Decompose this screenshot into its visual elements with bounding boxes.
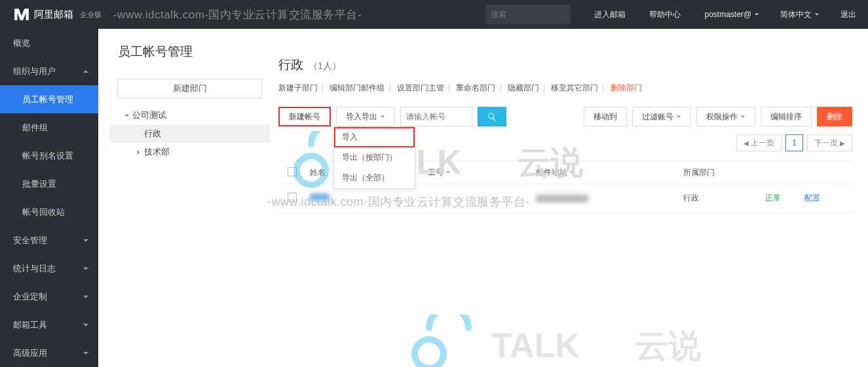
edit-sort-button[interactable]: 编辑排序 [761,107,812,126]
sidebar-item-account-management[interactable]: 员工帐号管理 [0,85,98,113]
top-header: 阿里邮箱 企业版 -www.idctalk.com-国内专业云计算交流服务平台-… [0,0,868,29]
sidebar-item-overview[interactable]: 概览 [0,29,98,57]
redacted-mail [536,195,588,203]
next-page-button[interactable]: 下一页▶ [807,134,852,151]
sidebar-item-mail-group[interactable]: 邮件组 [0,113,98,142]
page-number-button[interactable]: 1 [785,134,803,151]
new-department-button[interactable]: 新建部门 [117,79,262,98]
action-delete-department[interactable]: 删除部门 [611,83,642,92]
action-new-sub[interactable]: 新建子部门 [278,83,318,92]
row-checkbox-cell [278,193,306,204]
sidebar-item-batch[interactable]: 批量设置 [0,170,98,198]
department-count: （1人） [309,60,341,72]
header-mail-label: 邮件地址 [536,167,567,178]
sidebar-item-org[interactable]: 组织与用户 [0,57,98,85]
row-mail [532,195,679,203]
search-icon [487,112,497,121]
row-status: 正常 [761,193,801,204]
logo-text: 阿里邮箱 [34,9,73,21]
tree-node-tech[interactable]: 技术部 [109,143,270,161]
sort-icon [569,170,575,175]
menu-item-export-dept[interactable]: 导出（按部门） [334,147,415,168]
sort-icon [445,170,451,175]
logo-area: 阿里邮箱 企业版 [0,6,108,23]
action-hide[interactable]: 隐藏部门 [508,83,539,92]
department-name: 行政 [278,56,303,73]
sidebar-item-custom[interactable]: 企业定制 [0,282,98,311]
tree-node-admin[interactable]: 行政 [109,125,270,143]
chevron-down-icon [83,350,89,357]
select-all-checkbox[interactable] [288,167,297,176]
import-export-menu: 导入 导出（按部门） 导出（全部） [333,126,415,189]
row-name [306,193,424,203]
next-label: 下一页 [814,138,838,149]
row-configure-link[interactable]: 配置 [801,193,833,204]
chevron-down-icon [83,294,89,300]
sidebar-item-tools[interactable]: 邮箱工具 [0,311,98,339]
new-account-button[interactable]: 新建帐号 [278,107,331,126]
user-email-label: postmaster@ [704,10,751,19]
triangle-right-icon [136,149,142,155]
menu-item-import[interactable]: 导入 [334,127,415,147]
import-export-button[interactable]: 导入导出 [336,107,395,126]
header-mail[interactable]: 邮件地址 [532,167,679,178]
chevron-down-icon [83,265,89,272]
page-title: 员工帐号管理 [118,43,193,60]
delete-button[interactable]: 删除 [817,107,852,126]
import-export-label: 导入导出 [346,111,377,123]
enter-mailbox-link[interactable]: 进入邮箱 [582,9,637,20]
account-search-input[interactable] [400,107,472,126]
triangle-down-icon [124,113,130,119]
redacted-name [310,193,330,201]
permission-label: 权限操作 [706,111,738,123]
sidebar-item-recycle[interactable]: 帐号回收站 [0,198,98,226]
permission-button[interactable]: 权限操作 [696,107,755,126]
sidebar-item-security[interactable]: 安全管理 [0,226,98,254]
content-area: 行政 （1人） 新建子部门| 编辑部门邮件组| 设置部门主管| 重命名部门| 隐… [278,56,852,213]
toolbar: 新建帐号 导入导出 移动到 过滤账号 权限操作 编辑排序 删除 导入 导出（按部… [278,107,852,126]
help-center-link[interactable]: 帮助中心 [637,9,692,20]
sidebar-item-alias[interactable]: 帐号别名设置 [0,142,98,170]
sidebar-item-label: 安全管理 [13,235,47,246]
global-search-input[interactable] [491,10,589,19]
move-to-button[interactable]: 移动到 [584,107,627,126]
language-select[interactable]: 简体中文 [771,9,829,20]
prev-label: 上一页 [751,138,774,149]
sidebar-item-stats[interactable]: 统计与日志 [0,254,98,282]
action-set-manager[interactable]: 设置部门主管 [397,83,444,92]
action-rename[interactable]: 重命名部门 [456,83,495,92]
row-checkbox[interactable] [288,193,297,202]
chevron-down-icon [83,322,89,328]
tree-node-label: 公司测试 [132,109,166,121]
tree-node-label: 行政 [144,128,161,140]
logout-link[interactable]: 退出 [829,9,868,20]
watermark-header: -www.idctalk.com-国内专业云计算交流服务平台- [108,7,485,22]
language-label: 简体中文 [780,9,812,20]
action-edit-group[interactable]: 编辑部门邮件组 [330,83,385,92]
global-search[interactable] [485,5,571,24]
department-actions: 新建子部门| 编辑部门邮件组| 设置部门主管| 重命名部门| 隐藏部门| 移至其… [278,83,852,94]
action-move[interactable]: 移至其它部门 [551,83,598,92]
user-menu[interactable]: postmaster@ [692,10,771,19]
tree-node-root[interactable]: 公司测试 [109,106,270,125]
sidebar-item-label: 统计与日志 [13,263,56,275]
sidebar-item-label: 企业定制 [13,291,47,303]
header-checkbox-cell [278,167,306,178]
row-department: 行政 [679,193,761,204]
chevron-up-icon [83,68,89,75]
filter-account-button[interactable]: 过滤账号 [632,107,691,126]
logo-icon [13,6,30,23]
header-no-label: 工号 [428,167,443,178]
sidebar-item-label: 组织与用户 [13,66,56,77]
chevron-down-icon [83,237,89,244]
chevron-down-icon [754,12,759,17]
prev-page-button[interactable]: ◀上一页 [736,134,782,151]
sidebar-item-advanced[interactable]: 高级应用 [0,339,98,367]
chevron-down-icon [814,12,820,17]
header-right: 进入邮箱 帮助中心 postmaster@ 简体中文 退出 [485,5,868,24]
header-employee-no[interactable]: 工号 [424,167,532,178]
menu-item-export-all[interactable]: 导出（全部） [334,168,415,188]
sidebar-item-label: 邮箱工具 [13,319,47,331]
logo-subtitle: 企业版 [80,10,102,20]
account-search-button[interactable] [478,107,506,126]
